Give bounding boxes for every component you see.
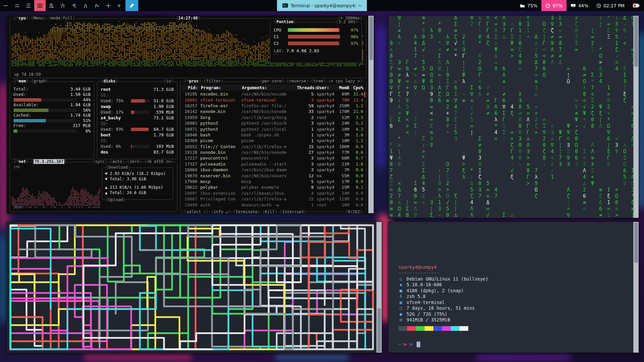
process-row[interactable]: 19195 nxcodec.bin /usr/NX/bin/nxcode 5 s…: [182, 91, 363, 97]
workspace-button-8[interactable]: [80, 0, 91, 11]
process-row[interactable]: 17990 mocp mocp 5 sparky4 17M 0.0: [182, 179, 363, 184]
process-row[interactable]: 17327 pulseaudio pulseaudio --start 3 sp…: [182, 161, 363, 167]
scrollbar[interactable]: [376, 222, 382, 353]
workspace-button-6[interactable]: [57, 0, 68, 11]
workspace-button-3[interactable]: [23, 0, 34, 11]
process-row[interactable]: 15959 Xorg /usr/lib/xorg/Xorg 2 root 52M…: [182, 115, 363, 120]
scrollbar-thumb[interactable]: [377, 308, 381, 352]
scrollbar[interactable]: [368, 16, 374, 213]
workspace-button-4[interactable]: [34, 0, 46, 11]
per-core-button[interactable]: per-core: [259, 79, 284, 84]
cpu-core-meter: [288, 28, 341, 32]
disk-usage-meter: [131, 99, 150, 103]
tree-button[interactable]: tree: [311, 79, 326, 84]
net-option-button[interactable]: zero: [127, 159, 142, 164]
wallpaper-glow: [0, 235, 7, 322]
mem-graph-button[interactable]: graph: [31, 79, 48, 84]
proc-action-button[interactable]: Terminate: [233, 209, 260, 213]
workspace-button-10[interactable]: [103, 0, 114, 11]
process-row[interactable]: 16983 python3 python3 /usr/bin/b 3 spark…: [182, 120, 363, 126]
proc-action-button[interactable]: Kill: [262, 209, 277, 213]
neofetch-info-line: ○ 7 days, 18 hours, 51 mins: [398, 305, 488, 311]
sort-selector[interactable]: < cpu lazy >: [328, 79, 363, 84]
process-row[interactable]: 17217 pavucontrol pavucontrol 3 sparky4 …: [182, 155, 363, 161]
scrollbar-thumb[interactable]: [369, 16, 373, 60]
bpytop-cpu-box: ¹cpu Menu mode:full 14:27:48 + 2000ms up…: [10, 18, 366, 78]
reverse-button[interactable]: reverse: [286, 79, 309, 84]
disk-row: Used: 93% 64.7 GiB: [101, 126, 174, 132]
shell-prompt[interactable]: ~ ≫ ≫: [398, 342, 488, 348]
workspace-add-button[interactable]: +: [114, 0, 124, 11]
disk-usage-meter: [131, 145, 150, 148]
net-option-button[interactable]: <b eth5 n>: [144, 159, 174, 164]
process-row[interactable]: 19128 nxnode.bin /usr/NX/bin/nxnode 27 s…: [182, 149, 363, 155]
load-average: LAV: 7.0 4.06 2.83: [274, 48, 358, 53]
net-speed-line: ▼ 2.03 KiB/s (16.2 Kibps): [105, 171, 170, 176]
palette-swatch: [425, 326, 433, 331]
packages-icon: ■: [398, 288, 403, 294]
proc-filter-button[interactable]: filter: [204, 79, 224, 84]
palette-swatch: [442, 326, 451, 331]
cpu-core-meter: [288, 35, 341, 39]
separator: ---------------: [398, 270, 488, 276]
proc-scroll-up-icon[interactable]: ↑: [361, 85, 363, 90]
process-row[interactable]: 16097 ibus-extension /usr/libexec/ibus- …: [182, 190, 363, 196]
process-row[interactable]: 19079 nxserver.bin /usr/NX/bin/nxserv 12…: [182, 173, 363, 178]
prompt-chevron: ≫: [402, 342, 407, 348]
pipes-terminal-window[interactable]: [7, 222, 382, 353]
matrix-terminal-window[interactable]: [388, 15, 639, 218]
brush-module[interactable]: [125, 0, 138, 11]
workspace-button-1[interactable]: [0, 0, 11, 11]
scrollbar-thumb[interactable]: [634, 223, 638, 263]
net-option-button[interactable]: sync: [92, 159, 107, 164]
memory-module[interactable]: 44%: [567, 0, 592, 11]
clock-icon: [596, 3, 601, 8]
menu-button[interactable]: Menu: [31, 16, 46, 21]
memory-value: 44%: [578, 3, 588, 8]
shell-icon: λ: [398, 294, 403, 300]
neofetch-terminal-window[interactable]: sparky4@xompy4 --------------- ⌂ Debian …: [388, 222, 639, 353]
net-scale-bottom: 395K: [13, 205, 22, 209]
net-speed-panel: Download Upload ▼ 2.03 KiB/s (16.2 Kibps…: [102, 168, 173, 200]
polybar: + >_ Terminal - sparky4@xompy4: ~ 75%: [0, 0, 644, 11]
process-row[interactable]: 16551 file:// Conten /usr/lib/firefox-e …: [182, 144, 363, 149]
workspace-button-9[interactable]: [91, 0, 103, 11]
proc-action-button[interactable]: Interrupt: [279, 209, 307, 213]
workspace-button-2[interactable]: [11, 0, 23, 11]
process-row[interactable]: 16691 xfce4-terminal xfce4-terminal 3 sp…: [182, 97, 363, 103]
disks-io-button[interactable]: io: [163, 79, 174, 84]
mode-button[interactable]: mode:full: [48, 16, 75, 21]
cpu-load-module[interactable]: 97%: [541, 0, 567, 11]
process-row[interactable]: 18369 picom picom 1 sparky4 18M 1.2: [182, 138, 363, 143]
workspace-button-5[interactable]: [46, 0, 57, 11]
window-title-module[interactable]: >_ Terminal - sparky4@xompy4: ~: [277, 0, 367, 11]
terminal-color-palette: [398, 326, 488, 331]
memory-meter: [13, 109, 76, 112]
cpu-core-meter: [288, 42, 341, 45]
process-row[interactable]: 16257 firefox-esr firefox-esr file:/ 59 …: [182, 103, 363, 109]
proc-action-button[interactable]: info ↵: [211, 209, 231, 213]
clock-module[interactable]: 02:27 PM: [592, 0, 629, 11]
disk-usage-module[interactable]: 75%: [516, 0, 541, 11]
process-row[interactable]: 16971 python3 python3 /usr/local 1 spark…: [182, 126, 363, 132]
ram-icon: [571, 3, 576, 8]
battery-module[interactable]: [629, 0, 644, 11]
workspace-button-7[interactable]: [68, 0, 80, 11]
palette-swatch: [398, 326, 407, 331]
process-row[interactable]: 16142 nxnode.bin /usr/NX/bin/nxnode 33 s…: [182, 109, 363, 114]
process-row[interactable]: 16084 ibus-daemon /usr/bin/ibus-daem 3 s…: [182, 167, 363, 173]
gauge-icon: [545, 3, 550, 8]
net-option-button[interactable]: auto: [110, 159, 125, 164]
scrollbar[interactable]: [633, 16, 639, 218]
scrollbar-thumb[interactable]: [634, 16, 638, 67]
net-box-title: ³net: [13, 159, 29, 164]
process-row[interactable]: 18622 polybar polybar example 8 sparky4 …: [182, 184, 363, 190]
process-row[interactable]: 16667 Privileged Con /usr/lib/firefox-e …: [182, 196, 363, 202]
palette-swatch: [460, 326, 468, 331]
disk-usage-value: 75%: [527, 3, 537, 8]
bpytop-terminal-window[interactable]: ¹cpu Menu mode:full 14:27:48 + 2000ms up…: [7, 15, 374, 214]
scrollbar[interactable]: [633, 222, 639, 353]
process-row[interactable]: 16946 bash bash ./pipes.sh 1 sparky4 3M …: [182, 132, 363, 138]
process-row[interactable]: 19499 auth dovecot/auth -w 1 root 10M 0.…: [182, 202, 363, 207]
proc-action-button[interactable]: select ↑: [184, 209, 209, 213]
